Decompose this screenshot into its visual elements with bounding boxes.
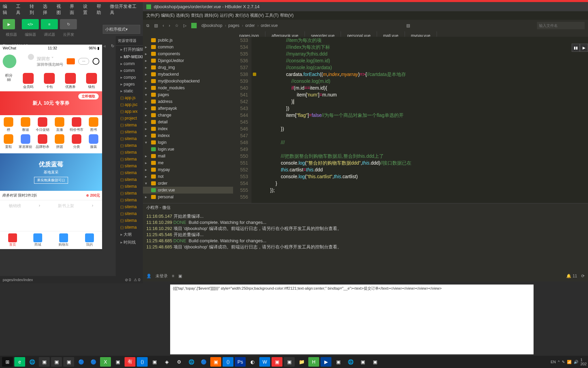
menu-view[interactable]: 视图 xyxy=(56,3,65,16)
menu-help[interactable]: 帮助 xyxy=(97,3,105,16)
file[interactable]: app.js xyxy=(116,94,143,101)
tree-folder[interactable]: ▸ node_modules xyxy=(143,85,233,91)
member-code[interactable]: 会员码 xyxy=(23,73,34,89)
pause-icon[interactable]: ▮▮ xyxy=(572,44,580,52)
menu-publish[interactable]: 发行(U) xyxy=(235,13,249,18)
tree-folder[interactable]: ▸ me xyxy=(143,159,233,166)
tree-folder[interactable]: ▸ mypay xyxy=(143,166,233,173)
terminal-icon[interactable]: ▣ xyxy=(39,357,50,367)
file[interactable]: sitema xyxy=(116,190,143,197)
start-button[interactable]: ⊞ xyxy=(2,357,13,367)
deal-bar[interactable]: 商务时装 限时2件2折 ⊕ 200元 xyxy=(0,191,102,200)
file[interactable]: sitema xyxy=(116,203,143,210)
file-search-input[interactable] xyxy=(537,22,585,29)
tree-folder[interactable]: ▸ components xyxy=(143,50,233,57)
vscode-icon[interactable]: ⟨⟩ xyxy=(137,357,148,367)
message-icon[interactable] xyxy=(67,58,75,64)
vscode-icon[interactable]: ⟨⟩ xyxy=(223,357,233,367)
tree-folder[interactable]: ▸ DjangoUeditor xyxy=(143,57,233,64)
get-coupon-button[interactable]: 立即领取 xyxy=(78,93,99,99)
grid-item[interactable]: 家居家纺 xyxy=(17,134,34,149)
star-icon[interactable]: ☆ xyxy=(175,23,179,28)
grid-item[interactable]: 今日促销 xyxy=(34,117,51,132)
tree-folder[interactable]: ▸ detail xyxy=(143,119,233,125)
wallet[interactable]: 钱包 xyxy=(86,73,97,89)
folder[interactable]: comm xyxy=(116,67,143,74)
file[interactable]: sitema xyxy=(116,149,143,156)
app-icon[interactable]: 🔵 xyxy=(76,357,86,367)
menu-select[interactable]: 选择 xyxy=(43,3,51,16)
open-editors[interactable]: 打开的编辑器 xyxy=(116,46,143,53)
devtools-taskbar-icon[interactable]: ▣ xyxy=(284,357,295,367)
folder[interactable]: compo xyxy=(116,74,143,81)
volume-icon[interactable]: 🔊 xyxy=(574,360,578,364)
tab-newbook[interactable]: 新书上架 xyxy=(58,203,74,209)
file[interactable]: sitema xyxy=(116,122,143,128)
nav-back-icon[interactable]: ‹ xyxy=(163,23,164,28)
user-icon[interactable]: 👤 xyxy=(146,274,151,278)
grid-item[interactable]: 图书 xyxy=(85,117,102,132)
menu-file[interactable]: 文件(F) xyxy=(146,13,160,18)
folder[interactable]: comm xyxy=(116,60,143,67)
menu-edit[interactable]: 编辑(E) xyxy=(161,13,175,18)
file[interactable]: sitema xyxy=(116,176,143,183)
cut-icon[interactable]: ◃ xyxy=(103,44,105,48)
code-editor[interactable]: 5335345355365375385395405415425435445455… xyxy=(233,37,588,203)
app-icon[interactable]: ▣ xyxy=(210,357,221,367)
tree-file[interactable]: login.vue xyxy=(143,146,233,153)
tray-icon[interactable]: ✎ xyxy=(562,360,565,364)
file[interactable]: sitema xyxy=(116,156,143,163)
grid-item[interactable]: 品牌秒杀 xyxy=(34,134,51,149)
compile-button[interactable]: ▶ xyxy=(3,19,15,29)
close-icon[interactable] xyxy=(93,58,99,65)
avatar[interactable] xyxy=(3,55,16,68)
app-icon[interactable]: ▣ xyxy=(112,357,123,367)
excel-icon[interactable]: X xyxy=(100,357,111,367)
menu-interface[interactable]: 界面 xyxy=(70,3,78,16)
tree-folder[interactable]: ▸ change xyxy=(143,112,233,119)
wxml-panel[interactable]: {{[['tap','topay',['$event']]]]}}}" styl… xyxy=(170,285,534,354)
app-icon[interactable]: ▣ xyxy=(149,357,160,367)
points-cell[interactable]: 积分88 xyxy=(5,73,13,89)
card-pack[interactable]: 卡包 xyxy=(44,73,55,89)
chrome-icon[interactable]: 🌐 xyxy=(27,357,37,367)
step-icon[interactable]: ▶ xyxy=(580,44,588,52)
file[interactable]: sitema xyxy=(116,163,143,169)
clock[interactable]: 1202 xyxy=(581,358,587,366)
app-icon[interactable]: 🌐 xyxy=(345,357,356,367)
app-icon[interactable]: ▣ xyxy=(370,357,380,367)
app-icon[interactable]: 🔵 xyxy=(198,357,209,367)
crumb-folder[interactable]: pages xyxy=(228,23,243,28)
app-icon[interactable]: ▶ xyxy=(321,357,331,367)
app-icon[interactable]: ⚙ xyxy=(174,357,184,367)
clouddev-button[interactable]: ↻ xyxy=(60,19,77,29)
nav-forward-icon[interactable]: › xyxy=(169,23,170,28)
app-icon[interactable]: ▣ xyxy=(272,357,282,367)
tree-folder[interactable]: ▾ order xyxy=(143,180,233,187)
quick-open-icon[interactable]: ▤ xyxy=(406,23,410,28)
menu-edit[interactable]: 编辑 xyxy=(3,3,11,16)
debugger-button[interactable]: ≡ xyxy=(41,19,58,29)
coupon[interactable]: 优惠券 xyxy=(65,73,76,89)
file[interactable]: sitema xyxy=(116,217,143,224)
console-output[interactable]: 11:16:05.147 开始差量编译...11:16:10.289 DONE … xyxy=(143,212,588,251)
outline[interactable]: 大纲 xyxy=(116,231,143,239)
grid-item[interactable]: 特价书市 xyxy=(68,117,85,132)
newuser-banner[interactable]: 新人 10元 专享券 立即领取 xyxy=(0,91,102,115)
tree-folder[interactable]: ▸ personal xyxy=(143,194,233,200)
menu-settings[interactable]: 设置 xyxy=(83,3,92,16)
tab-bestseller[interactable]: 畅销榜 xyxy=(9,203,21,209)
app-icon[interactable]: ▣ xyxy=(333,357,344,367)
tree-folder[interactable]: ▸ common xyxy=(143,44,233,50)
project-root[interactable]: MP-WEIXIN xyxy=(116,53,143,60)
system-tray[interactable]: EN ^ ✎ 📶 🔊 1202 xyxy=(551,358,587,366)
crumb-project[interactable]: djbookshop xyxy=(201,23,226,28)
lang-indicator[interactable]: EN xyxy=(551,360,556,364)
file[interactable]: sitema xyxy=(116,142,143,149)
wifi-icon[interactable]: 📶 xyxy=(567,360,572,364)
file[interactable]: sitema xyxy=(116,197,143,203)
menu-find[interactable]: 查找(I) xyxy=(191,13,203,18)
crumb-file[interactable]: order.vue xyxy=(261,23,279,28)
file[interactable]: sitema xyxy=(116,128,143,135)
file[interactable]: app.wx xyxy=(116,108,143,115)
